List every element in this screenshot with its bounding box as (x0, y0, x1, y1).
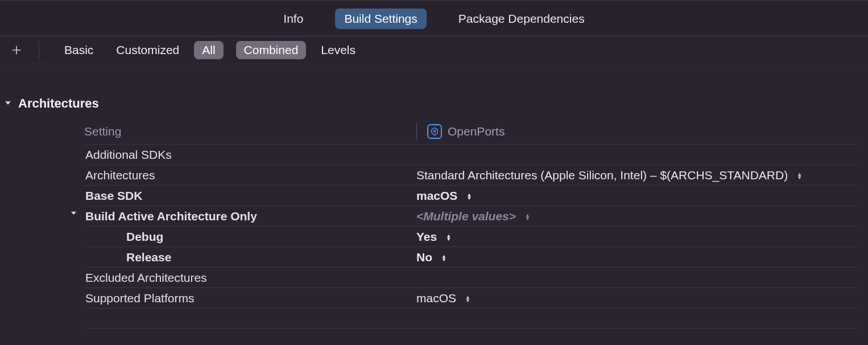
popup-indicator-icon: ▲▼ (465, 295, 470, 302)
view-segmented-control: Combined Levels (236, 41, 363, 59)
setting-value[interactable]: Yes ▲▼ (414, 230, 859, 244)
filter-basic[interactable]: Basic (56, 41, 101, 59)
popup-indicator-icon: ▲▼ (446, 234, 451, 241)
settings-table: Setting OpenPorts Additional SDKs Archit… (84, 119, 859, 328)
setting-label: Debug (84, 230, 414, 244)
svg-point-2 (433, 130, 435, 132)
setting-row-base-sdk[interactable]: Base SDK macOS ▲▼ (84, 185, 859, 206)
add-build-setting-button[interactable] (8, 42, 25, 59)
popup-indicator-icon: ▲▼ (797, 172, 802, 179)
setting-label: Architectures (84, 169, 414, 182)
filter-customized[interactable]: Customized (108, 41, 187, 59)
tab-info[interactable]: Info (274, 9, 312, 29)
chevron-down-icon[interactable] (71, 210, 77, 218)
setting-row-build-active-arch-only[interactable]: Build Active Architecture Only <Multiple… (84, 206, 859, 226)
app-icon (427, 124, 442, 139)
setting-value-text: No (416, 250, 432, 264)
setting-label: Base SDK (84, 189, 414, 203)
setting-value[interactable]: Standard Architectures (Apple Silicon, I… (414, 169, 859, 182)
setting-row-supported-platforms[interactable]: Supported Platforms macOS ▲▼ (84, 288, 859, 308)
filter-levels[interactable]: Levels (313, 41, 363, 59)
setting-value-text: macOS (416, 291, 456, 305)
setting-label: Additional SDKs (84, 148, 414, 162)
setting-label: Supported Platforms (84, 291, 414, 305)
project-tabs: Info Build Settings Package Dependencies (0, 1, 868, 36)
setting-label: Excluded Architectures (84, 271, 414, 285)
setting-label: Build Active Architecture Only (84, 210, 414, 223)
setting-row-excluded-architectures[interactable]: Excluded Architectures (84, 267, 859, 288)
tab-package-dependencies[interactable]: Package Dependencies (449, 9, 594, 29)
column-header-target[interactable]: OpenPorts (414, 123, 859, 140)
table-header-row: Setting OpenPorts (84, 119, 859, 144)
section-architectures: Architectures Setting OpenPorts Addition… (0, 64, 868, 328)
setting-value-text: Standard Architectures (Apple Silicon, I… (416, 169, 788, 182)
setting-value[interactable]: macOS ▲▼ (414, 189, 859, 203)
divider (39, 42, 39, 59)
table-footer-spacer (84, 308, 859, 328)
setting-value[interactable]: <Multiple values> ▲▼ (414, 210, 859, 223)
build-settings-filter-bar: Basic Customized All Combined Levels (0, 36, 868, 64)
setting-row-debug[interactable]: Debug Yes ▲▼ (84, 226, 859, 247)
filter-all[interactable]: All (194, 41, 223, 59)
setting-row-additional-sdks[interactable]: Additional SDKs (84, 144, 859, 165)
setting-row-architectures[interactable]: Architectures Standard Architectures (Ap… (84, 165, 859, 185)
column-header-setting[interactable]: Setting (84, 125, 414, 138)
setting-value-text: macOS (416, 189, 457, 203)
tab-build-settings[interactable]: Build Settings (335, 9, 426, 29)
filter-combined[interactable]: Combined (236, 41, 307, 59)
scope-segmented-control: Basic Customized All (56, 41, 224, 59)
setting-row-release[interactable]: Release No ▲▼ (84, 247, 859, 267)
setting-value[interactable]: macOS ▲▼ (414, 291, 859, 305)
setting-value-text: Yes (416, 230, 437, 244)
chevron-down-icon[interactable] (2, 99, 14, 108)
popup-indicator-icon: ▲▼ (466, 193, 472, 200)
column-divider (416, 123, 417, 140)
setting-value[interactable]: No ▲▼ (414, 250, 859, 264)
section-title: Architectures (18, 96, 99, 111)
popup-indicator-icon: ▲▼ (441, 254, 447, 261)
target-name: OpenPorts (448, 125, 505, 138)
setting-value-text: <Multiple values> (416, 210, 516, 223)
popup-indicator-icon: ▲▼ (525, 213, 530, 220)
setting-label: Release (84, 250, 414, 264)
